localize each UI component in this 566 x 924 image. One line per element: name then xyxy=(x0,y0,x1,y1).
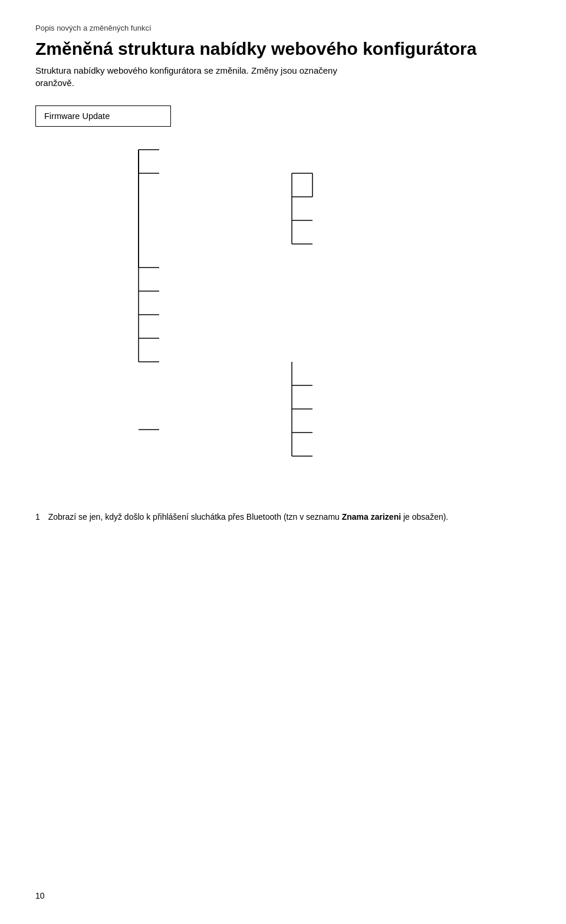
footnote-bold-text: Znama zarizeni xyxy=(342,512,401,522)
menu-diagram: Home Settings Status IP Configuration Te… xyxy=(35,105,542,489)
node-firmware-update: Firmware Update xyxy=(35,105,171,127)
main-title: Změněná struktura nabídky webového konfi… xyxy=(35,38,531,60)
subtitle2: oranžově. xyxy=(35,78,531,88)
top-label: Popis nových a změněných funkcí xyxy=(35,24,531,32)
footnote-text-before: Zobrazí se jen, když došlo k přihlášení … xyxy=(48,512,342,522)
svg-line-17 xyxy=(292,362,312,385)
page-number: 10 xyxy=(35,891,45,900)
footnote: 1 Zobrazí se jen, když došlo k přihlášen… xyxy=(35,512,531,522)
subtitle: Struktura nabídky webového konfigurátora… xyxy=(35,65,531,75)
footnote-number: 1 xyxy=(35,512,40,522)
connector-lines xyxy=(35,105,542,489)
footnote-text-after: je obsažen). xyxy=(401,512,448,522)
